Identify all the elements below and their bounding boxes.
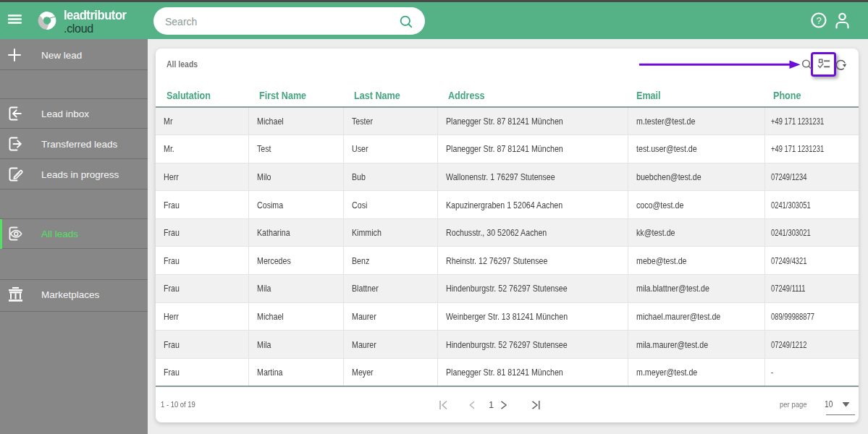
svg-text:?: ?: [816, 15, 821, 26]
svg-text:1: 1: [489, 400, 494, 410]
